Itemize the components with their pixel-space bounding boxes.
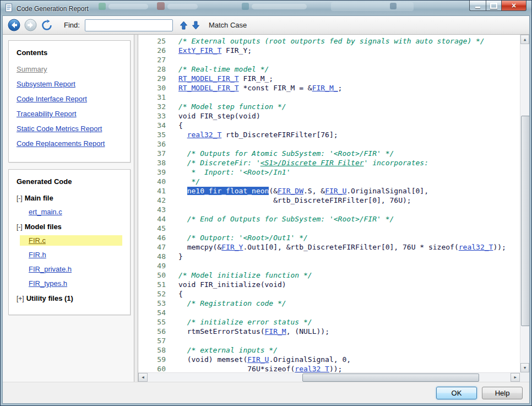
line-number: 58 xyxy=(138,345,166,355)
code-segment: , (NULL)); xyxy=(286,327,329,335)
glass-artifact xyxy=(108,4,148,9)
code-segment: /* initialize error status */ xyxy=(178,318,312,326)
code-text: ExtY_FIR_T FIR_Y; xyxy=(166,46,252,55)
maximize-button[interactable] xyxy=(486,1,501,11)
tree-group: [-]Main file xyxy=(17,194,122,202)
code-line: 38 /* DiscreteFir: '<S1>/Discrete FIR Fi… xyxy=(138,158,520,167)
minimize-button[interactable] xyxy=(469,1,486,11)
find-next-button[interactable] xyxy=(191,20,200,31)
match-case-toggle[interactable]: Match Case xyxy=(209,21,247,29)
code-link[interactable]: FIR_M_ xyxy=(312,84,338,92)
line-number: 55 xyxy=(138,317,166,327)
line-number: 60 xyxy=(138,364,166,372)
tree-group-label: Main file xyxy=(25,194,53,202)
code-text: memcpy(&FIR_Y.Out1[0], &rtb_DiscreteFIRF… xyxy=(166,242,506,252)
line-number: 41 xyxy=(138,186,166,196)
code-segment: (void) memset( xyxy=(178,355,247,364)
minimize-icon xyxy=(475,7,480,8)
code-segment: memcpy(& xyxy=(178,243,221,251)
glass-artifact xyxy=(99,3,106,10)
contents-link[interactable]: Code Replacements Report xyxy=(17,139,122,148)
contents-link[interactable]: Subsystem Report xyxy=(17,80,122,88)
close-button[interactable]: × xyxy=(501,1,526,11)
code-segment: /* external inputs */ xyxy=(178,346,278,354)
code-segment: /* External outputs (root outports fed b… xyxy=(178,37,485,45)
help-button[interactable]: Help xyxy=(482,387,523,399)
code-segment: (& xyxy=(269,187,278,195)
code-link[interactable]: FIR_Y xyxy=(221,243,243,251)
code-link[interactable]: real32_T xyxy=(187,131,222,139)
dialog-footer: OK Help xyxy=(3,382,529,403)
code-link[interactable]: real32_T xyxy=(459,243,493,251)
find-input[interactable] xyxy=(85,19,173,31)
tree-expander-icon[interactable]: [+] xyxy=(17,295,24,302)
code-line: 35 real32_T rtb_DiscreteFIRFilter[76]; xyxy=(138,130,520,139)
code-line: 39 * Inport: '<Root>/In1' xyxy=(138,167,520,177)
scroll-up-button[interactable]: ▲ xyxy=(520,35,529,44)
horizontal-scroll-thumb[interactable] xyxy=(302,373,479,382)
code-link[interactable]: real32_T xyxy=(295,365,329,372)
code-link[interactable]: ExtY_FIR_T xyxy=(178,46,221,55)
code-segment: */ xyxy=(178,177,200,186)
code-line: 41 ne10_fir_float_neon(&FIR_DW.S, &FIR_U… xyxy=(138,186,520,196)
vertical-scroll-thumb[interactable] xyxy=(521,116,530,326)
tree-file-link[interactable]: FIR.c xyxy=(20,235,122,246)
code-link[interactable]: FIR_DW xyxy=(278,187,303,195)
code-segment: { xyxy=(178,121,183,129)
code-text: 76U*sizeof(real32_T)); xyxy=(166,364,342,372)
contents-link[interactable]: Summary xyxy=(17,65,122,73)
line-number: 47 xyxy=(138,242,166,252)
code-line: 49 xyxy=(138,261,520,270)
code-text: RT_MODEL_FIR_T *const FIR_M = &FIR_M_; xyxy=(166,83,342,93)
scroll-left-icon: ◀ xyxy=(142,375,144,380)
horizontal-scrollbar[interactable]: ◀ ▶ xyxy=(138,372,520,382)
scroll-right-button[interactable]: ▶ xyxy=(511,373,520,382)
sidebar-splitter[interactable] xyxy=(134,35,138,382)
contents-link[interactable]: Traceability Report xyxy=(17,110,122,118)
line-number: 30 xyxy=(138,83,166,93)
ok-button[interactable]: OK xyxy=(436,387,477,399)
line-number: 34 xyxy=(138,121,166,130)
code-link[interactable]: FIR_U xyxy=(247,355,269,364)
titlebar[interactable]: Code Generation Report × xyxy=(1,1,531,15)
code-segment: /* Model step function */ xyxy=(178,102,286,111)
code-link[interactable]: <S1>/Discrete FIR Filter xyxy=(260,159,364,167)
code-line: 55 /* initialize error status */ xyxy=(138,317,520,327)
code-line: 27 xyxy=(138,55,520,64)
find-label: Find: xyxy=(64,21,80,29)
code-link[interactable]: FIR_M xyxy=(265,327,286,335)
line-number: 35 xyxy=(138,130,166,139)
vertical-scrollbar[interactable]: ▲ ▼ xyxy=(520,35,529,372)
back-button[interactable] xyxy=(7,18,21,32)
line-number: 33 xyxy=(138,111,166,121)
tree-file-link[interactable]: FIR.h xyxy=(20,250,122,260)
code-line: 44 /* End of Outputs for SubSystem: '<Ro… xyxy=(138,214,520,224)
tree-file-link[interactable]: FIR_types.h xyxy=(20,278,122,289)
code-text xyxy=(166,205,178,214)
contents-link[interactable]: Code Interface Report xyxy=(17,95,122,103)
line-number: 52 xyxy=(138,289,166,299)
scroll-right-icon: ▶ xyxy=(514,375,516,380)
line-number: 48 xyxy=(138,252,166,261)
scroll-down-button[interactable]: ▼ xyxy=(520,363,529,372)
tree-file-link[interactable]: FIR_private.h xyxy=(20,264,122,274)
code-link[interactable]: RT_MODEL_FIR_T xyxy=(178,84,239,92)
code-link[interactable]: RT_MODEL_FIR_T xyxy=(178,74,239,83)
code-text: RT_MODEL_FIR_T FIR_M_; xyxy=(166,74,273,83)
code-segment: .OriginalSignal, 0, xyxy=(269,355,351,364)
find-previous-button[interactable] xyxy=(179,20,188,31)
refresh-button[interactable] xyxy=(40,19,53,32)
scroll-left-button[interactable]: ◀ xyxy=(138,373,148,382)
code-link[interactable]: FIR_U xyxy=(325,187,346,195)
code-text xyxy=(166,93,178,102)
code-line: 42 &rtb_DiscreteFIRFilter[0], 76U); xyxy=(138,196,520,205)
code-segment: 76U*sizeof( xyxy=(178,365,295,372)
code-text xyxy=(166,308,178,317)
contents-link[interactable]: Static Code Metrics Report xyxy=(17,124,122,133)
forward-button[interactable] xyxy=(24,18,37,32)
tree-file-link[interactable]: ert_main.c xyxy=(20,207,122,217)
code-text xyxy=(166,336,178,345)
tree-expander-icon[interactable]: [-] xyxy=(17,223,23,231)
tree-expander-icon[interactable]: [-] xyxy=(17,194,23,202)
glass-artifact xyxy=(157,2,165,10)
